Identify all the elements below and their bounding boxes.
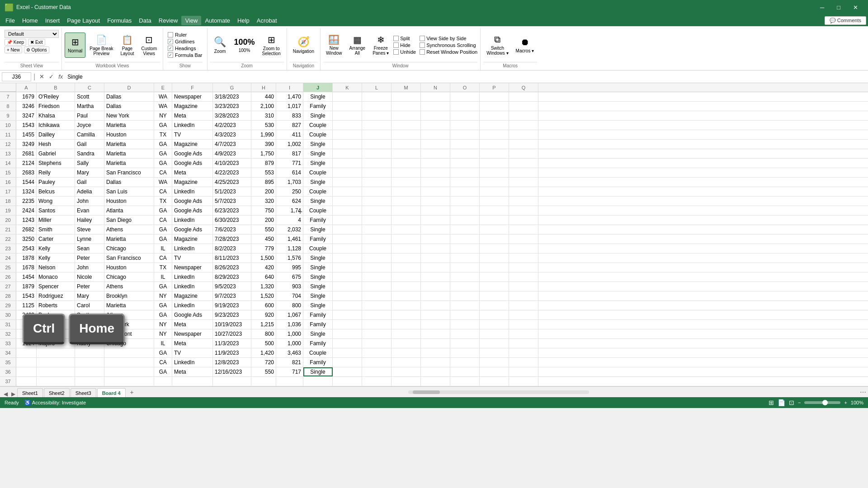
grid-cell[interactable]: 2,100 — [251, 102, 276, 111]
grid-cell[interactable] — [480, 253, 509, 263]
grid-cell[interactable]: Family — [303, 358, 333, 367]
grid-cell[interactable] — [392, 178, 421, 187]
grid-cell[interactable] — [480, 216, 509, 225]
grid-cell[interactable] — [509, 168, 538, 177]
grid-cell[interactable] — [392, 272, 421, 282]
grid-cell[interactable]: Couple — [303, 206, 333, 215]
grid-cell[interactable] — [421, 140, 450, 149]
grid-cell[interactable]: 920 — [251, 310, 276, 319]
grid-cell[interactable]: 1,420 — [251, 348, 276, 357]
grid-cell[interactable] — [392, 301, 421, 310]
grid-cell[interactable]: Gail — [75, 140, 104, 149]
grid-cell[interactable]: Newspaper — [172, 329, 213, 338]
grid-cell[interactable] — [333, 253, 362, 263]
grid-cell[interactable]: Roberts — [37, 301, 75, 310]
confirm-icon[interactable]: ✓ — [47, 73, 56, 80]
row-number[interactable]: 17 — [0, 187, 16, 196]
minimize-button[interactable]: ─ — [815, 2, 830, 13]
grid-cell[interactable]: Brooklyn — [104, 291, 154, 300]
row-number[interactable]: 8 — [0, 102, 16, 111]
grid-cell[interactable]: Evan — [75, 206, 104, 215]
grid-cell[interactable] — [480, 197, 509, 206]
col-header-c[interactable]: C — [75, 83, 104, 92]
grid-cell[interactable]: O'Reiley — [37, 92, 75, 101]
grid-cell[interactable]: Athens — [104, 282, 154, 291]
grid-cell[interactable]: Meta — [172, 320, 213, 329]
grid-cell[interactable] — [480, 301, 509, 310]
zoom-button[interactable]: 🔍 Zoom — [210, 33, 230, 58]
grid-cell[interactable]: 5/7/2023 — [213, 197, 251, 206]
split-checkbox[interactable] — [393, 36, 399, 41]
grid-cell[interactable]: 440 — [251, 92, 276, 101]
grid-cell[interactable] — [392, 253, 421, 263]
grid-cell[interactable] — [392, 121, 421, 130]
grid-cell[interactable]: 4/9/2023 — [213, 149, 251, 158]
grid-cell[interactable] — [480, 102, 509, 111]
grid-cell[interactable]: 879 — [251, 159, 276, 168]
grid-cell[interactable] — [480, 168, 509, 177]
col-header-q[interactable]: Q — [509, 83, 538, 92]
col-header-o[interactable]: O — [450, 83, 480, 92]
grid-cell[interactable] — [509, 320, 538, 329]
grid-cell[interactable] — [104, 348, 154, 357]
grid-cell[interactable]: WA — [154, 102, 172, 111]
grid-cell[interactable]: IL — [154, 339, 172, 348]
grid-cell[interactable] — [421, 367, 450, 376]
grid-cell[interactable]: 895 — [251, 178, 276, 187]
grid-cell[interactable]: Single — [303, 140, 333, 149]
grid-cell[interactable]: Hailey — [75, 216, 104, 225]
grid-cell[interactable]: 530 — [251, 121, 276, 130]
grid-cell[interactable] — [333, 178, 362, 187]
sheet-tab-sheet1[interactable]: Sheet1 — [17, 388, 43, 397]
grid-cell[interactable]: Single — [303, 282, 333, 291]
grid-cell[interactable]: 3247 — [16, 111, 37, 120]
grid-cell[interactable] — [392, 197, 421, 206]
view-side-by-side-checkbox[interactable] — [420, 36, 425, 41]
grid-cell[interactable] — [421, 348, 450, 357]
grid-cell[interactable]: Google Ads — [172, 310, 213, 319]
row-number[interactable]: 7 — [0, 92, 16, 101]
grid-cell[interactable]: 827 — [276, 121, 303, 130]
grid-cell[interactable]: Family — [303, 320, 333, 329]
grid-cell[interactable]: Couple — [303, 130, 333, 139]
grid-cell[interactable]: 4 — [276, 216, 303, 225]
grid-cell[interactable]: 1,750 — [251, 149, 276, 158]
grid-cell[interactable]: 390 — [251, 140, 276, 149]
row-number[interactable]: 32 — [0, 329, 16, 338]
grid-cell[interactable] — [392, 377, 421, 386]
row-number[interactable]: 25 — [0, 263, 16, 272]
grid-cell[interactable]: 750 — [251, 206, 276, 215]
grid-cell[interactable] — [333, 310, 362, 319]
grid-cell[interactable] — [362, 253, 392, 263]
grid-cell[interactable]: Family — [303, 102, 333, 111]
grid-cell[interactable]: Couple — [303, 168, 333, 177]
grid-cell[interactable] — [104, 358, 154, 367]
grid-cell[interactable] — [450, 178, 480, 187]
grid-cell[interactable]: 200 — [251, 187, 276, 196]
grid-cell[interactable]: Marietta — [104, 149, 154, 158]
keep-button[interactable]: 📌 Keep — [5, 39, 26, 46]
grid-cell[interactable]: 420 — [251, 263, 276, 272]
grid-cell[interactable]: 4/7/2023 — [213, 140, 251, 149]
grid-cell[interactable] — [37, 367, 75, 376]
grid-cell[interactable] — [509, 310, 538, 319]
grid-cell[interactable] — [450, 358, 480, 367]
grid-cell[interactable]: Google Ads — [172, 149, 213, 158]
grid-cell[interactable]: Scott — [75, 92, 104, 101]
grid-cell[interactable] — [450, 235, 480, 244]
grid-cell[interactable]: 1243 — [16, 216, 37, 225]
col-header-p[interactable]: P — [480, 83, 509, 92]
sheet-tab-sheet3[interactable]: Sheet3 — [71, 388, 96, 397]
sheet-tab-sheet2[interactable]: Sheet2 — [44, 388, 70, 397]
grid-cell[interactable]: 1,576 — [276, 253, 303, 263]
grid-cell[interactable] — [421, 339, 450, 348]
horizontal-scrollbar[interactable] — [408, 390, 589, 394]
grid-cell[interactable]: GA — [154, 235, 172, 244]
grid-cell[interactable]: 1455 — [16, 130, 37, 139]
grid-cell[interactable]: 11/3/2023 — [213, 339, 251, 348]
grid-cell[interactable] — [421, 187, 450, 196]
grid-cell[interactable]: 4/10/2023 — [213, 159, 251, 168]
grid-cell[interactable] — [450, 329, 480, 338]
grid-cell[interactable]: 2681 — [16, 149, 37, 158]
grid-cell[interactable]: 614 — [276, 168, 303, 177]
